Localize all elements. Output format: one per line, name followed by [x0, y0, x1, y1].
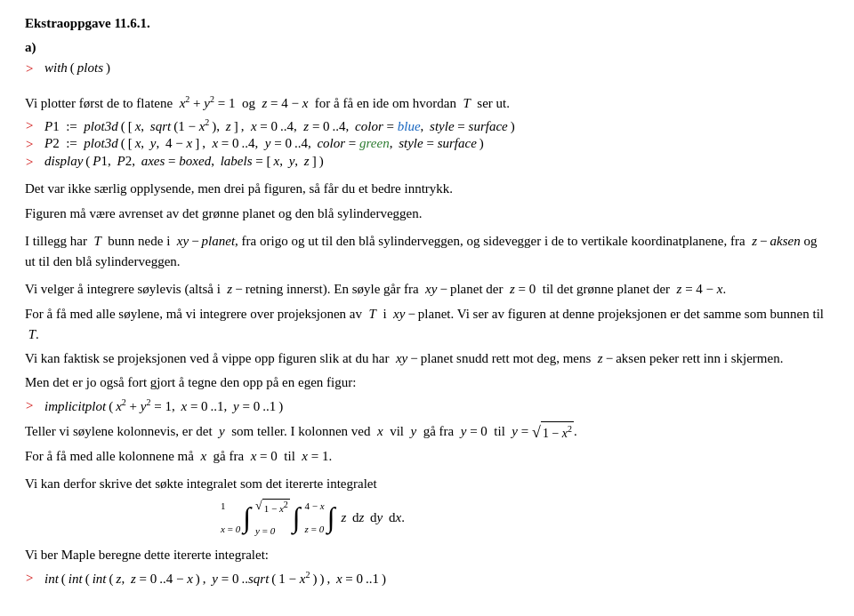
maple-code-with-plots: with ( plots ) [44, 60, 110, 76]
maple-code-p1: P1 := plot3d ( [ x, sqrt (1 − x2 ), z ] … [44, 117, 515, 134]
maple-p1: > P1 := plot3d ( [ x, sqrt (1 − x2 ), z … [25, 117, 829, 134]
maple-code-p2: P2 := plot3d ( [ x, y, 4 − x ] , x = 0 .… [44, 136, 484, 151]
text-integral-intro: Vi kan derfor skrive det søkte integrale… [25, 474, 829, 494]
section-a-label: a) [25, 40, 829, 55]
maple-code-int: int ( int ( int ( z, z = 0 ..4 − x ) , y… [44, 570, 386, 587]
text-block-4: Teller vi søylene kolonnevis, er det y s… [25, 421, 829, 468]
page-title: Ekstraoppgave 11.6.1. [25, 16, 829, 31]
maple-prompt-display: > [25, 154, 41, 170]
text-block-3: Vi velger å integrere søylevis (altså i … [25, 279, 829, 393]
integral-y: √1 − x2 y = 0 ∫ [255, 499, 302, 537]
maple-prompt-int: > [25, 570, 41, 586]
maple-display: > display ( P1, P2, axes = boxed, labels… [25, 154, 829, 170]
maple-prompt-p1: > [25, 117, 41, 133]
maple-code-display: display ( P1, P2, axes = boxed, labels =… [44, 154, 324, 169]
text-block-1: Det var ikke særlig opplysende, men drei… [25, 179, 829, 224]
integral-x: 1 x = 0 ∫ [221, 500, 252, 534]
integral-z: 4 − x z = 0 ∫ [305, 500, 336, 534]
maple-prompt-impl: > [25, 397, 41, 413]
maple-prompt-1: > [25, 60, 41, 76]
text-ber-maple: Vi ber Maple beregne dette itererte inte… [25, 545, 829, 565]
maple-code-impl: implicitplot ( x2 + y2 = 1, x = 0 ..1, y… [44, 397, 283, 414]
maple-int: > int ( int ( int ( z, z = 0 ..4 − x ) ,… [25, 570, 829, 587]
text-block-2: I tillegg har T bunn nede i xy − planet,… [25, 231, 829, 273]
maple-p2: > P2 := plot3d ( [ x, y, 4 − x ] , x = 0… [25, 136, 829, 152]
integral-display: 1 x = 0 ∫ √1 − x2 y = 0 ∫ 4 − x z = 0 ∫ … [221, 499, 829, 537]
maple-with-plots: > with ( plots ) [25, 60, 829, 76]
text-vi-plotter: Vi plotter først de to flatene x2 + y2 =… [25, 92, 829, 114]
maple-prompt-p2: > [25, 136, 41, 152]
integral-integrand: z dz dy dx. [341, 510, 405, 525]
maple-implicitplot: > implicitplot ( x2 + y2 = 1, x = 0 ..1,… [25, 397, 829, 414]
